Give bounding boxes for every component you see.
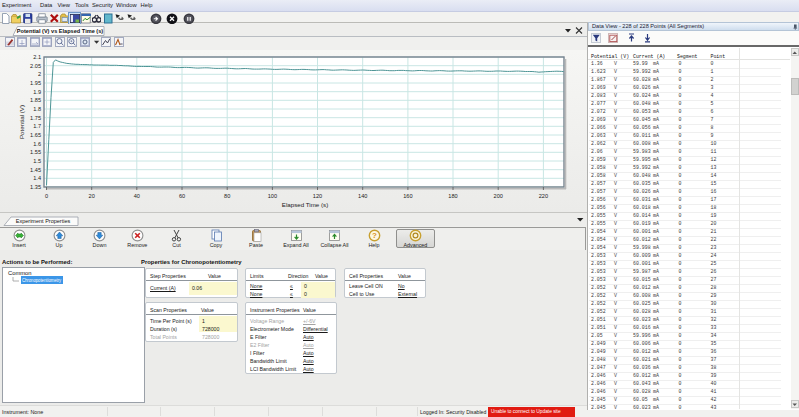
svg-text:20: 20 [89,193,95,199]
svg-text:1.9: 1.9 [33,89,41,95]
svg-text:1.65: 1.65 [30,132,41,138]
svg-text:?: ? [372,231,377,240]
svg-text:1.35: 1.35 [30,184,41,190]
svg-text:1.85: 1.85 [30,97,41,103]
svg-text:200: 200 [494,193,503,199]
svg-text:Potential (V) vs Elapsed Time: Potential (V) vs Elapsed Time (s) [17,28,103,34]
svg-text:160: 160 [403,193,412,199]
svg-text:Experiment Properties: Experiment Properties [16,218,71,224]
svg-text:220: 220 [539,193,548,199]
svg-text:1.5: 1.5 [33,158,41,164]
svg-text:Elapsed Time (s): Elapsed Time (s) [282,201,328,208]
svg-text:2: 2 [38,71,41,77]
svg-text:40: 40 [134,193,140,199]
svg-text:1.7: 1.7 [33,123,41,129]
svg-text:1.8: 1.8 [33,106,41,112]
svg-text:0: 0 [45,193,48,199]
svg-text:1.6: 1.6 [33,141,41,147]
svg-text:60: 60 [179,193,185,199]
svg-text:Potential (V): Potential (V) [18,105,25,139]
svg-text:120: 120 [313,193,322,199]
svg-text:1.4: 1.4 [33,175,41,181]
svg-text:1.45: 1.45 [30,167,41,173]
svg-text:2.1: 2.1 [33,54,41,60]
svg-text:1.75: 1.75 [30,115,41,121]
svg-text:180: 180 [448,193,457,199]
svg-text:80: 80 [224,193,230,199]
svg-text:1.55: 1.55 [30,149,41,155]
svg-text:140: 140 [358,193,367,199]
svg-text:2.05: 2.05 [30,63,41,69]
svg-text:100: 100 [268,193,277,199]
svg-text:1.95: 1.95 [30,80,41,86]
